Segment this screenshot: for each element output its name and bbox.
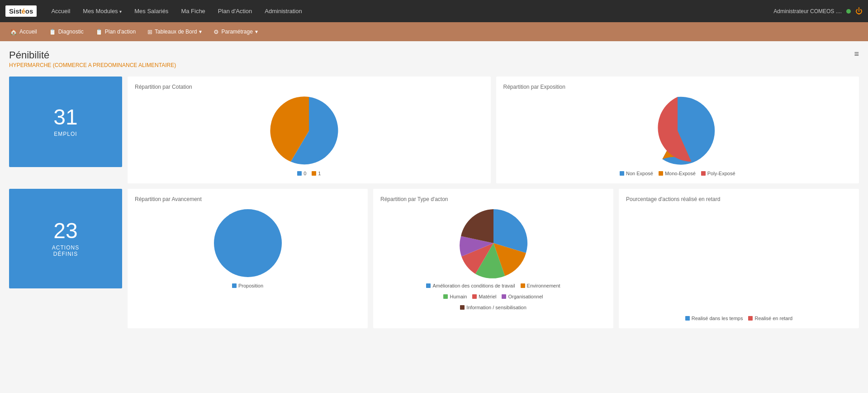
- legend-dot-1: [312, 171, 316, 176]
- legend-label-ta-3: Matériel: [479, 294, 496, 299]
- legend-retard-1: Realisé en retard: [748, 316, 792, 321]
- legend-label-ta-2: Humain: [450, 294, 467, 299]
- chart-exposition-container: Non Exposé Mono-Exposé Poly-Exposé: [503, 95, 852, 176]
- subnav-accueil-label: Accueil: [19, 29, 37, 35]
- nav-right: Administrateur COMEOS .... ⏻: [773, 7, 863, 15]
- svg-point-0: [214, 209, 282, 277]
- legend-retard-0: Realisé dans les temps: [685, 316, 743, 321]
- sub-nav: 🏠 Accueil 📋 Diagnostic 📋 Plan d'action ⊞…: [0, 22, 868, 41]
- subnav-diagnostic-label: Diagnostic: [58, 29, 84, 35]
- legend-dot-ta-1: [521, 283, 525, 288]
- legend-label-1: 1: [318, 171, 321, 176]
- legend-expo-0: Non Exposé: [620, 171, 653, 176]
- chart-exposition: Répartition par Exposition Non Exposé: [496, 77, 859, 183]
- nav-administration[interactable]: Administration: [259, 5, 307, 17]
- legend-label-avancement-0: Proposition: [238, 283, 263, 288]
- nav-plan-action[interactable]: Plan d'Action: [213, 5, 257, 17]
- legend-dot-ta-5: [460, 305, 465, 310]
- nav-accueil[interactable]: Accueil: [46, 5, 76, 17]
- subnav-diagnostic[interactable]: 📋 Diagnostic: [44, 26, 88, 38]
- parametrage-dropdown-arrow: ▾: [255, 29, 258, 35]
- tableau-dropdown-arrow: ▾: [199, 29, 202, 35]
- page-subtitle: HYPERMARCHE (COMMERCE A PREDOMINANCE ALI…: [9, 62, 859, 68]
- subnav-tableau-label: Tableaux de Bord: [155, 29, 197, 35]
- legend-expo-1: Mono-Exposé: [659, 171, 696, 176]
- chart-type-action-title: Répartition par Type d'acton: [380, 196, 606, 202]
- nav-mes-salaries[interactable]: Mes Salariés: [129, 5, 174, 17]
- stat-card-actions: 23 ACTIONS DÉFINIS: [9, 189, 122, 288]
- chart-avancement-container: Proposition: [135, 207, 360, 288]
- subnav-tableaux-bord[interactable]: ⊞ Tableaux de Bord ▾: [143, 26, 206, 38]
- chart-avancement: Répartition par Avancement Proposition: [128, 189, 368, 328]
- legend-dot-ta-2: [443, 294, 448, 299]
- tableau-icon: ⊞: [147, 29, 152, 35]
- chart-cotation-container: 0 1: [135, 95, 484, 176]
- legend-dot-avancement-0: [232, 283, 237, 288]
- logo[interactable]: Sistéos: [5, 5, 37, 17]
- stat-card-emploi: 31 EMPLOI: [9, 77, 122, 167]
- legend-dot-expo-2: [701, 171, 706, 176]
- legend-label-expo-2: Poly-Exposé: [707, 171, 735, 176]
- stat-number-actions: 23: [53, 220, 77, 242]
- legend-label-ta-5: Information / sensibilisation: [466, 305, 526, 310]
- diagnostic-icon: 📋: [49, 29, 56, 35]
- legend-label-ta-1: Environnement: [527, 283, 560, 288]
- stat-label-actions: ACTIONS DÉFINIS: [52, 244, 79, 257]
- subnav-plan-action[interactable]: 📋 Plan d'action: [91, 26, 140, 38]
- legend-label-0: 0: [304, 171, 306, 176]
- dashboard-row-2: 23 ACTIONS DÉFINIS Répartition par Avanc…: [9, 189, 859, 328]
- page-title: Pénibilité: [9, 49, 859, 61]
- legend-dot-expo-1: [659, 171, 663, 176]
- user-label: Administrateur COMEOS ....: [773, 8, 842, 14]
- legend-ta-4: Organisationnel: [502, 294, 543, 299]
- legend-ta-1: Environnement: [521, 283, 560, 288]
- legend-ta-0: Amélioration des conditions de travail: [426, 283, 515, 288]
- chart-cotation-legend: 0 1: [297, 171, 321, 176]
- legend-expo-2: Poly-Exposé: [701, 171, 735, 176]
- status-dot: [846, 9, 851, 14]
- legend-ta-2: Humain: [443, 294, 467, 299]
- legend-dot-0: [297, 171, 302, 176]
- stat-label-emploi: EMPLOI: [54, 131, 77, 137]
- top-nav-links: Accueil Mes Modules ▾ Mes Salariés Ma Fi…: [46, 5, 307, 17]
- home-icon: 🏠: [10, 29, 17, 35]
- plan-icon: 📋: [95, 29, 103, 35]
- pie-exposition: [641, 95, 714, 167]
- chart-cotation: Répartition par Cotation 0 1: [128, 77, 491, 183]
- legend-dot-retard-0: [685, 316, 690, 321]
- legend-dot-retard-1: [748, 316, 753, 321]
- legend-avancement-0: Proposition: [232, 283, 263, 288]
- legend-item-1: 1: [312, 171, 321, 176]
- legend-dot-ta-3: [472, 294, 477, 299]
- legend-dot-ta-4: [502, 294, 506, 299]
- pie-cotation: [273, 95, 345, 167]
- chart-avancement-title: Répartition par Avancement: [135, 196, 360, 202]
- power-icon[interactable]: ⏻: [855, 7, 863, 15]
- pie-type-action: [457, 207, 530, 279]
- page-header: Pénibilité HYPERMARCHE (COMMERCE A PREDO…: [9, 49, 859, 68]
- legend-label-retard-1: Realisé en retard: [754, 316, 792, 321]
- nav-ma-fiche[interactable]: Ma Fiche: [175, 5, 210, 17]
- legend-label-ta-4: Organisationnel: [508, 294, 543, 299]
- subnav-plan-label: Plan d'action: [105, 29, 136, 35]
- chart-retard-legend: Realisé dans les temps Realisé en retard: [626, 316, 852, 321]
- legend-label-expo-0: Non Exposé: [626, 171, 653, 176]
- legend-ta-3: Matériel: [472, 294, 496, 299]
- chart-type-action-legend: Amélioration des conditions de travail E…: [417, 283, 570, 310]
- chart-exposition-legend: Non Exposé Mono-Exposé Poly-Exposé: [620, 171, 735, 176]
- page-content: Pénibilité HYPERMARCHE (COMMERCE A PREDO…: [0, 41, 868, 393]
- chart-exposition-title: Répartition par Exposition: [503, 84, 852, 90]
- subnav-accueil[interactable]: 🏠 Accueil: [5, 26, 42, 38]
- subnav-parametrage-label: Paramétrage: [221, 29, 252, 35]
- chart-retard-title: Pourcentage d'actions réalisé en retard: [626, 196, 852, 202]
- legend-label-expo-1: Mono-Exposé: [665, 171, 696, 176]
- chart-type-action: Répartition par Type d'acton: [373, 189, 613, 328]
- chart-retard: Pourcentage d'actions réalisé en retard …: [619, 189, 859, 328]
- legend-label-ta-0: Amélioration des conditions de travail: [432, 283, 515, 288]
- legend-item-0: 0: [297, 171, 306, 176]
- print-button[interactable]: ≡: [854, 49, 859, 59]
- dashboard-row-1: 31 EMPLOI Répartition par Cotation 0: [9, 77, 859, 183]
- nav-mes-modules[interactable]: Mes Modules ▾: [77, 5, 127, 17]
- subnav-parametrage[interactable]: ⚙ Paramétrage ▾: [209, 26, 262, 38]
- nav-left: Sistéos Accueil Mes Modules ▾ Mes Salari…: [5, 5, 308, 17]
